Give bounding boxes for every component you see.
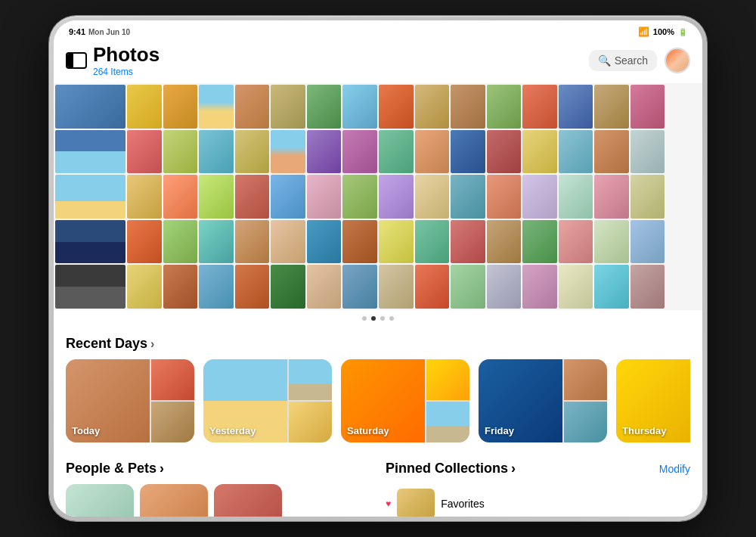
photo-cell[interactable]	[271, 265, 305, 309]
day-card-today[interactable]: Today	[66, 359, 194, 442]
photo-cell[interactable]	[594, 130, 629, 174]
photo-cell[interactable]	[451, 130, 485, 174]
dot-1[interactable]	[362, 316, 367, 321]
photo-cell[interactable]	[487, 85, 522, 129]
photo-cell[interactable]	[127, 220, 162, 264]
photo-cell[interactable]	[235, 85, 270, 129]
people-pets-title-group[interactable]: People & Pets ›	[66, 461, 164, 476]
photo-cell[interactable]	[235, 220, 270, 264]
sidebar-toggle-icon[interactable]	[66, 52, 87, 69]
photo-cell[interactable]	[631, 265, 665, 309]
photo-cell[interactable]	[594, 85, 629, 129]
photo-cell[interactable]	[342, 85, 377, 129]
dot-4[interactable]	[389, 316, 394, 321]
search-button[interactable]: 🔍 Search	[589, 50, 657, 71]
photo-cell[interactable]	[451, 265, 485, 309]
photo-cell[interactable]	[55, 175, 125, 219]
photo-cell[interactable]	[522, 175, 557, 219]
photo-cell[interactable]	[522, 265, 557, 309]
day-card-yesterday[interactable]: Yesterday	[203, 359, 332, 442]
dot-3[interactable]	[380, 316, 385, 321]
photo-cell[interactable]	[55, 220, 125, 264]
photo-cell[interactable]	[487, 220, 522, 264]
photo-cell[interactable]	[487, 265, 522, 309]
photo-cell[interactable]	[199, 85, 234, 129]
photo-cell[interactable]	[342, 130, 377, 174]
day-card-friday[interactable]: Friday	[479, 359, 607, 442]
photo-cell[interactable]	[631, 175, 665, 219]
photo-cell[interactable]	[271, 130, 305, 174]
scroll-content[interactable]: Recent Days › Today	[54, 327, 702, 517]
photo-cell[interactable]	[522, 220, 557, 264]
photo-cell[interactable]	[559, 85, 593, 129]
photo-cell[interactable]	[594, 265, 629, 309]
photo-cell[interactable]	[379, 175, 414, 219]
photo-cell[interactable]	[342, 220, 377, 264]
photo-cell[interactable]	[487, 130, 522, 174]
photo-cell[interactable]	[235, 130, 270, 174]
photo-cell[interactable]	[307, 85, 342, 129]
photo-cell[interactable]	[379, 130, 414, 174]
user-avatar[interactable]	[665, 48, 690, 73]
photo-cell[interactable]	[415, 265, 450, 309]
photo-cell[interactable]	[55, 130, 125, 174]
photo-cell[interactable]	[487, 175, 522, 219]
photo-cell[interactable]	[559, 220, 593, 264]
recent-days-scroll[interactable]: Today Yesterday	[66, 359, 690, 452]
photo-cell[interactable]	[631, 220, 665, 264]
photo-cell[interactable]	[559, 130, 593, 174]
photo-cell[interactable]	[594, 220, 629, 264]
photo-cell[interactable]	[342, 265, 377, 309]
photo-cell[interactable]	[451, 220, 485, 264]
photo-cell[interactable]	[631, 130, 665, 174]
photo-cell[interactable]	[55, 85, 125, 129]
photo-cell[interactable]	[199, 175, 234, 219]
photo-cell[interactable]	[127, 265, 162, 309]
photo-cell[interactable]	[451, 85, 485, 129]
photo-cell[interactable]	[127, 175, 162, 219]
person-card[interactable]: ♥	[214, 484, 282, 517]
photo-cell[interactable]	[199, 220, 234, 264]
photo-cell[interactable]	[342, 175, 377, 219]
photo-cell[interactable]	[559, 265, 593, 309]
modify-button[interactable]: Modify	[659, 463, 690, 475]
photo-cell[interactable]	[199, 130, 234, 174]
photo-cell[interactable]	[271, 220, 305, 264]
photo-cell[interactable]	[522, 130, 557, 174]
photo-cell[interactable]	[163, 85, 198, 129]
photo-cell[interactable]	[379, 85, 414, 129]
day-card-saturday[interactable]: Saturday	[341, 359, 469, 442]
photo-cell[interactable]	[163, 265, 198, 309]
photo-cell[interactable]	[307, 220, 342, 264]
person-card[interactable]: ♥	[140, 484, 208, 517]
dot-2[interactable]	[371, 316, 376, 321]
photo-cell[interactable]	[271, 175, 305, 219]
photo-cell[interactable]	[163, 175, 198, 219]
photo-cell[interactable]	[163, 220, 198, 264]
photo-cell[interactable]	[307, 265, 342, 309]
photo-cell[interactable]	[199, 265, 234, 309]
photo-cell[interactable]	[235, 175, 270, 219]
people-scroll[interactable]: ♥ ♥ ♥	[66, 484, 370, 517]
photo-cell[interactable]	[163, 130, 198, 174]
photo-cell[interactable]	[415, 220, 450, 264]
photo-cell[interactable]	[235, 265, 270, 309]
photo-cell[interactable]	[451, 175, 485, 219]
photo-cell[interactable]	[379, 265, 414, 309]
recent-days-header[interactable]: Recent Days ›	[66, 327, 690, 359]
photo-cell[interactable]	[55, 265, 125, 309]
photo-cell[interactable]	[522, 85, 557, 129]
photo-cell[interactable]	[127, 130, 162, 174]
photo-cell[interactable]	[415, 130, 450, 174]
photo-cell[interactable]	[379, 220, 414, 264]
photo-cell[interactable]	[271, 85, 305, 129]
photo-cell[interactable]	[415, 85, 450, 129]
day-card-thursday[interactable]: Thursday	[616, 359, 690, 442]
photo-cell[interactable]	[559, 175, 593, 219]
photo-cell[interactable]	[307, 175, 342, 219]
pinned-item-favorites[interactable]: ♥ Favorites	[386, 484, 690, 517]
photo-cell[interactable]	[631, 85, 665, 129]
photo-cell[interactable]	[307, 130, 342, 174]
pinned-title-group[interactable]: Pinned Collections ›	[386, 461, 516, 476]
photo-cell[interactable]	[594, 175, 629, 219]
